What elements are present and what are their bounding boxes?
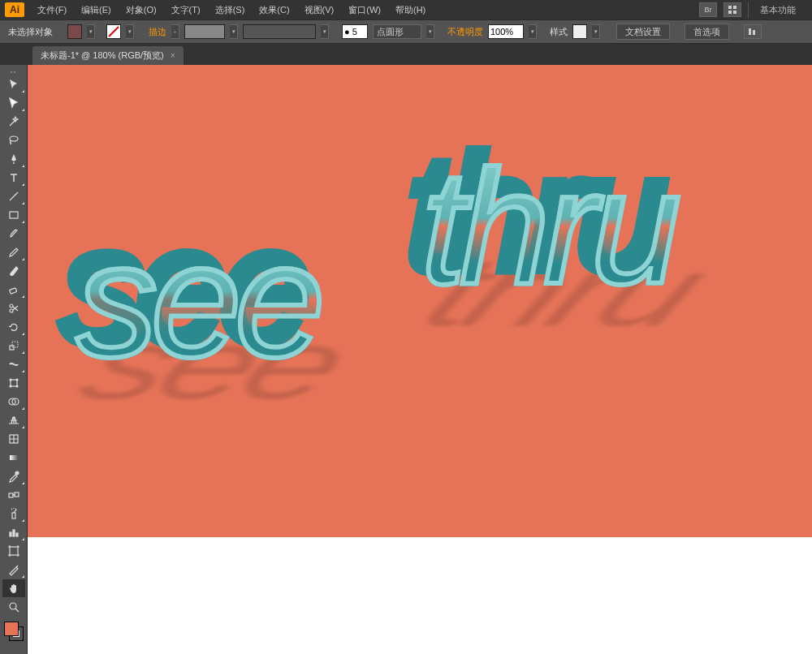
menu-window[interactable]: 窗口(W) (342, 2, 387, 19)
align-icon (748, 28, 758, 36)
app-logo: Ai (5, 2, 24, 17)
menu-type[interactable]: 文字(T) (165, 2, 207, 19)
svg-rect-15 (11, 380, 17, 386)
arrange-documents-button[interactable] (723, 2, 741, 17)
lasso-tool[interactable] (2, 131, 25, 149)
symbol-sprayer-tool[interactable] (2, 505, 25, 523)
paintbrush-tool[interactable] (2, 225, 25, 243)
rotate-tool[interactable] (2, 318, 25, 336)
slice-tool[interactable] (2, 561, 25, 579)
svg-rect-10 (9, 288, 16, 294)
menu-view[interactable]: 视图(V) (298, 2, 341, 19)
shape-builder-tool[interactable] (2, 393, 25, 411)
fill-stroke-swatches[interactable] (2, 620, 25, 643)
menu-edit[interactable]: 编辑(E) (75, 2, 118, 19)
svg-rect-29 (13, 530, 15, 536)
menu-object[interactable]: 对象(O) (119, 2, 163, 19)
opacity-label[interactable]: 不透明度 (447, 26, 483, 38)
text-face: thru (421, 136, 675, 317)
rectangle-tool[interactable] (2, 206, 25, 224)
svg-rect-30 (16, 533, 18, 536)
brush-field[interactable]: ● 5 (342, 24, 368, 39)
bridge-button[interactable]: Br (699, 2, 717, 17)
fill-swatch[interactable] (67, 24, 82, 39)
stroke-label[interactable]: 描边 (149, 26, 166, 38)
document-tab-strip: 未标题-1* @ 180% (RGB/预览) × (0, 44, 812, 65)
brush-label: 点圆形 (377, 26, 404, 38)
svg-point-7 (10, 136, 18, 141)
canvas[interactable]: see see see thru thru thru (28, 65, 812, 654)
no-stroke-icon (107, 25, 120, 38)
mesh-tool[interactable] (2, 430, 25, 448)
preferences-button[interactable]: 首选项 (685, 24, 729, 40)
brush-definition[interactable]: 点圆形 (373, 24, 421, 39)
stroke-value: 5 (352, 27, 357, 37)
toolbox: •• (0, 65, 28, 654)
stroke-dropdown[interactable]: ▾ (126, 24, 134, 39)
menu-select[interactable]: 选择(S) (209, 2, 252, 19)
style-arrow[interactable]: ▾ (592, 24, 600, 39)
menu-help[interactable]: 帮助(H) (389, 2, 432, 19)
selection-status: 未选择对象 (8, 26, 53, 38)
svg-point-17 (16, 379, 18, 381)
artboard-tool[interactable] (2, 542, 25, 560)
document-tab[interactable]: 未标题-1* @ 180% (RGB/预览) × (32, 46, 184, 65)
align-button[interactable] (744, 24, 762, 39)
column-graph-tool[interactable] (2, 523, 25, 541)
document-tab-title: 未标题-1* @ 180% (RGB/预览) (41, 49, 164, 62)
svg-point-16 (10, 379, 11, 381)
hand-tool[interactable] (2, 579, 25, 597)
scale-tool[interactable] (2, 337, 25, 355)
direct-selection-tool[interactable] (2, 94, 25, 112)
selection-tool[interactable] (2, 75, 25, 93)
opacity-field[interactable]: 100% (488, 24, 524, 39)
stroke-weight-preview[interactable] (184, 24, 225, 39)
eyedropper-tool[interactable] (2, 467, 25, 485)
stroke-weight-dropdown[interactable]: ÷ (171, 24, 179, 39)
control-bar: 未选择对象 ▾ ▾ 描边 ÷ ▾ ▾ ● 5 点圆形 ▾ 不透明度 100% ▾… (0, 19, 812, 44)
stroke-weight-arrow[interactable]: ▾ (230, 24, 238, 39)
blob-brush-tool[interactable] (2, 262, 25, 280)
menu-file[interactable]: 文件(F) (31, 2, 73, 19)
svg-point-19 (16, 385, 18, 387)
magic-wand-tool[interactable] (2, 113, 25, 131)
line-tool[interactable] (2, 187, 25, 205)
svg-point-11 (10, 304, 13, 308)
free-transform-tool[interactable] (2, 374, 25, 392)
graphic-style-swatch[interactable] (572, 24, 587, 39)
variable-width-profile[interactable] (243, 24, 316, 39)
svg-rect-9 (10, 212, 18, 218)
svg-rect-31 (10, 547, 18, 555)
style-label[interactable]: 样式 (550, 26, 568, 38)
brush-arrow[interactable]: ▾ (426, 24, 434, 39)
svg-rect-23 (10, 455, 18, 460)
gradient-tool[interactable] (2, 449, 25, 467)
eraser-tool[interactable] (2, 281, 25, 299)
type-tool[interactable] (2, 169, 25, 187)
vwp-arrow[interactable]: ▾ (321, 24, 329, 39)
stroke-swatch[interactable] (106, 24, 121, 39)
toolbox-grip[interactable]: •• (0, 68, 27, 75)
grid-icon (728, 5, 737, 15)
pen-tool[interactable] (2, 150, 25, 168)
document-setup-button[interactable]: 文档设置 (616, 24, 670, 40)
svg-rect-3 (733, 11, 736, 14)
artboard: see see see thru thru thru (28, 65, 812, 537)
scissors-tool[interactable] (2, 299, 25, 317)
fill-color-swatch[interactable] (4, 622, 19, 636)
fill-dropdown[interactable]: ▾ (87, 24, 95, 39)
workspace-switcher[interactable]: 基本功能 (748, 2, 807, 18)
svg-rect-1 (733, 6, 736, 9)
close-tab-button[interactable]: × (171, 51, 175, 60)
svg-rect-14 (12, 342, 18, 347)
svg-rect-28 (10, 532, 11, 536)
width-tool[interactable] (2, 355, 25, 373)
blend-tool[interactable] (2, 486, 25, 504)
perspective-grid-tool[interactable] (2, 411, 25, 429)
svg-point-12 (10, 309, 13, 312)
zoom-tool[interactable] (2, 598, 25, 616)
menu-bar: Ai 文件(F) 编辑(E) 对象(O) 文字(T) 选择(S) 效果(C) 视… (0, 0, 812, 19)
menu-effect[interactable]: 效果(C) (253, 2, 296, 19)
opacity-arrow[interactable]: ▾ (529, 24, 537, 39)
pencil-tool[interactable] (2, 243, 25, 261)
